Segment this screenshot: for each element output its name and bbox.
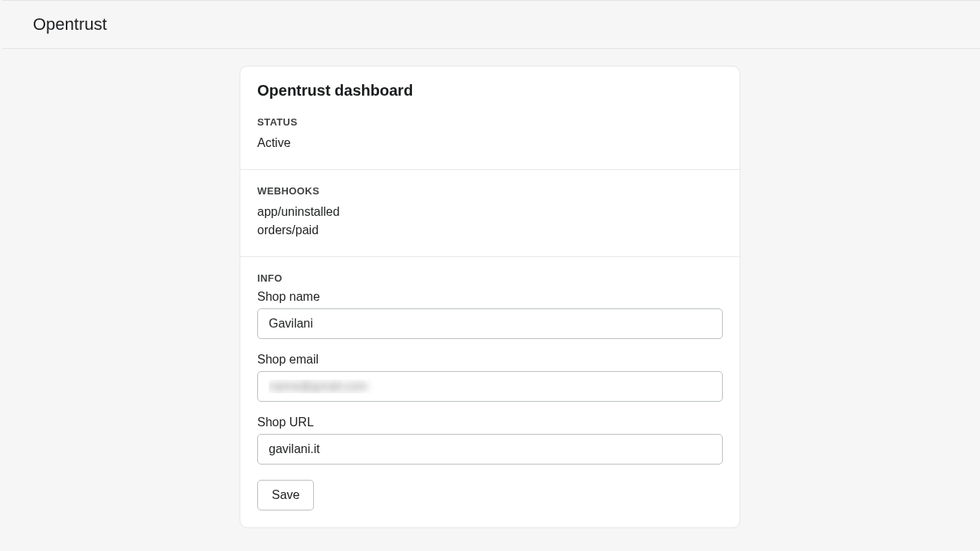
status-label: Status (257, 116, 723, 128)
webhook-item: orders/paid (257, 221, 723, 240)
topbar: Opentrust (2, 0, 980, 49)
save-button[interactable]: Save (257, 480, 314, 510)
webhooks-section: Webhooks app/uninstalled orders/paid (240, 169, 740, 256)
shop-url-input[interactable] (257, 434, 723, 465)
shop-email-label: Shop email (257, 353, 723, 367)
info-section: Info Shop name Shop email Shop URL Save (240, 256, 740, 527)
status-section: Opentrust dashboard Status Active (240, 67, 740, 169)
status-value: Active (257, 134, 723, 152)
dashboard-card: Opentrust dashboard Status Active Webhoo… (240, 66, 740, 528)
shop-name-label: Shop name (257, 290, 723, 304)
shop-email-field: Shop email (257, 353, 723, 402)
shop-url-label: Shop URL (257, 416, 723, 429)
shop-name-field: Shop name (257, 290, 723, 339)
shop-name-input[interactable] (257, 308, 723, 339)
webhook-item: app/uninstalled (257, 203, 723, 221)
card-title: Opentrust dashboard (257, 82, 723, 99)
webhooks-label: Webhooks (257, 185, 723, 197)
shop-email-input[interactable] (257, 371, 723, 402)
page-title: Opentrust (33, 15, 980, 34)
info-label: Info (257, 272, 723, 284)
shop-url-field: Shop URL (257, 416, 723, 465)
